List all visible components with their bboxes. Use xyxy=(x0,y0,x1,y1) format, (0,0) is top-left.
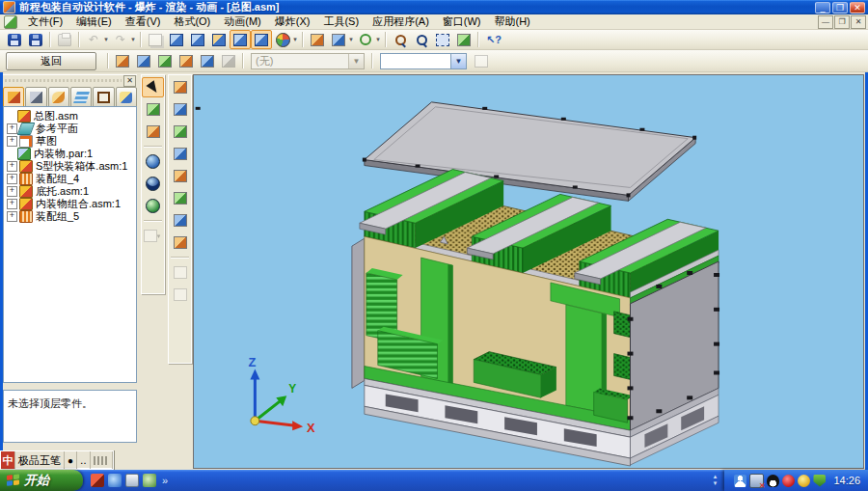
expander-icon[interactable] xyxy=(7,211,17,222)
color-manager-button[interactable] xyxy=(307,30,328,49)
reposition-button[interactable] xyxy=(218,51,239,70)
unbind-components-tool-button[interactable] xyxy=(169,210,191,231)
refresh-view-button[interactable] xyxy=(355,30,376,49)
print-button[interactable] xyxy=(54,30,75,49)
quick-launch-media-icon[interactable] xyxy=(91,474,104,487)
back-button[interactable]: 返回 xyxy=(6,52,96,70)
expander-icon[interactable] xyxy=(7,186,17,197)
ime-keyboard-button[interactable] xyxy=(91,451,113,469)
wireframe-view-button[interactable] xyxy=(208,30,230,49)
edgebar-grip[interactable] xyxy=(5,79,122,82)
ime-language-button[interactable]: 中 xyxy=(1,451,15,469)
zoom-area-button[interactable] xyxy=(390,30,411,49)
display-options-dropdown[interactable]: ▾ xyxy=(347,36,355,43)
expander-icon[interactable] xyxy=(7,123,17,134)
expander-icon[interactable] xyxy=(7,161,17,172)
tree-item-assembly-group-5[interactable]: 装配组_5 xyxy=(7,210,135,223)
view-override-button[interactable]: ▾ xyxy=(142,226,164,246)
graphics-viewport[interactable]: Z Y X xyxy=(193,74,864,469)
select-page-button[interactable] xyxy=(145,30,166,49)
tab-layers[interactable] xyxy=(70,87,92,108)
shade-view-button[interactable] xyxy=(142,151,164,172)
menu-explode[interactable]: 爆炸(X) xyxy=(268,14,317,30)
qq-messenger-icon[interactable] xyxy=(767,475,779,487)
explode-button[interactable] xyxy=(133,51,154,70)
activate-part-button[interactable] xyxy=(142,99,164,120)
tab-feature-playback[interactable] xyxy=(116,87,137,108)
auto-explode-button[interactable] xyxy=(112,51,133,70)
close-button[interactable]: ✕ xyxy=(850,2,865,14)
menu-edit[interactable]: 编辑(E) xyxy=(69,14,119,30)
previous-view-button[interactable] xyxy=(453,30,475,49)
clock[interactable]: 14:26 xyxy=(833,475,860,486)
select-set-combobox[interactable]: ▼ xyxy=(380,53,467,69)
document-icon[interactable] xyxy=(4,15,17,29)
app-icon[interactable] xyxy=(3,1,15,14)
tab-assembly-pathfinder[interactable] xyxy=(3,87,24,108)
minimize-button[interactable]: _ xyxy=(815,2,830,14)
taskband-chevron[interactable]: ▴▾ xyxy=(709,473,720,488)
deactivate-part-button[interactable] xyxy=(142,122,164,142)
refresh-dropdown[interactable]: ▾ xyxy=(374,36,382,43)
fit-view-button[interactable] xyxy=(432,30,453,49)
network-disconnected-icon[interactable] xyxy=(749,474,764,488)
select-set-combo-arrow[interactable]: ▼ xyxy=(450,54,466,68)
tree-item-reference-planes[interactable]: 参考平面 xyxy=(7,123,135,135)
save-button[interactable] xyxy=(4,30,25,49)
doc-restore-button[interactable]: ❐ xyxy=(834,15,850,29)
update-tray-icon[interactable] xyxy=(798,475,810,487)
redo-button[interactable]: ↷ xyxy=(110,30,131,49)
collapse-button[interactable] xyxy=(154,51,176,70)
animation-editor-button[interactable] xyxy=(169,262,191,283)
move-part-tool-button[interactable] xyxy=(169,122,191,142)
tab-parts-library[interactable] xyxy=(25,87,46,108)
antivirus-shield-icon[interactable] xyxy=(813,475,826,487)
explode-part-tool-button[interactable] xyxy=(169,99,191,120)
menu-window[interactable]: 窗口(W) xyxy=(436,14,488,30)
context-help-button[interactable]: ↖? xyxy=(482,30,503,49)
shade-edges-view-button[interactable] xyxy=(142,174,164,194)
ime-fullwidth-button[interactable]: ● xyxy=(65,451,77,469)
menu-animation[interactable]: 动画(M) xyxy=(217,14,268,30)
auto-explode-tool-button[interactable] xyxy=(169,77,191,97)
bind-button[interactable] xyxy=(176,51,197,70)
menu-view[interactable]: 查看(V) xyxy=(119,14,168,30)
quick-launch-browser-icon[interactable] xyxy=(108,474,122,487)
configuration-combobox[interactable]: (无) ▼ xyxy=(251,53,365,69)
menu-tools[interactable]: 工具(S) xyxy=(316,14,366,30)
display-options-button[interactable] xyxy=(328,30,349,49)
unbind-button[interactable] xyxy=(197,51,218,70)
doc-minimize-button[interactable]: — xyxy=(818,15,833,29)
menu-help[interactable]: 帮助(H) xyxy=(488,14,537,30)
select-tool-button[interactable] xyxy=(142,77,164,97)
expander-icon[interactable] xyxy=(7,136,17,147)
visible-edges-view-button[interactable] xyxy=(142,196,164,216)
view-orientation-button[interactable] xyxy=(166,30,187,49)
quick-launch-overflow-chevron[interactable]: » xyxy=(162,475,168,486)
menu-file[interactable]: 文件(F) xyxy=(21,14,69,30)
expander-icon[interactable] xyxy=(7,174,17,184)
drag-component-tool-button[interactable] xyxy=(169,166,191,186)
render-mode-button[interactable] xyxy=(272,30,293,49)
restore-button[interactable]: ❐ xyxy=(832,2,848,14)
shaded-edges-view-button[interactable] xyxy=(251,30,272,49)
tab-sensors[interactable] xyxy=(93,87,114,108)
collapse-tool-button[interactable] xyxy=(169,232,191,253)
quick-launch-desktop-icon[interactable] xyxy=(125,474,139,487)
bind-components-tool-button[interactable] xyxy=(169,188,191,208)
zoom-button[interactable] xyxy=(411,30,432,49)
named-views-button[interactable] xyxy=(187,30,208,49)
doc-close-button[interactable]: ✕ xyxy=(851,15,866,29)
security-alert-icon[interactable] xyxy=(782,475,795,487)
edgebar-close-button[interactable]: ✕ xyxy=(123,75,136,87)
menu-format[interactable]: 格式(O) xyxy=(167,14,217,30)
undo-button[interactable]: ↶ xyxy=(83,30,104,49)
tab-alternate-assemblies[interactable] xyxy=(48,87,69,108)
shaded-view-button[interactable] xyxy=(230,30,251,49)
ime-punctuation-button[interactable]: ‥ xyxy=(77,451,91,469)
save-all-button[interactable] xyxy=(25,30,46,49)
start-button[interactable]: 开始 xyxy=(0,470,83,491)
configuration-combo-arrow[interactable]: ▼ xyxy=(348,54,364,68)
ime-name-label[interactable]: 极品五笔 xyxy=(15,451,65,469)
menu-applications[interactable]: 应用程序(A) xyxy=(366,14,436,30)
